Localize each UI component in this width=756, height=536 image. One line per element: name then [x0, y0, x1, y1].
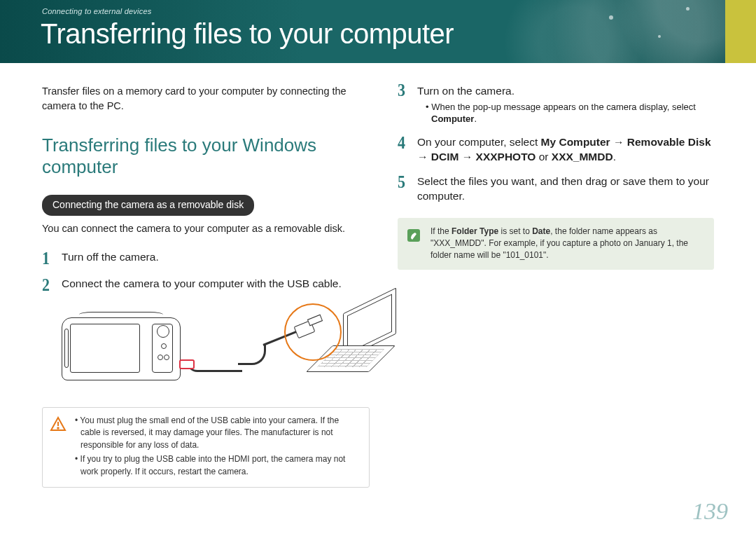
- warning-list: You must plug the small end of the USB c…: [75, 415, 359, 480]
- section-color-tab: [725, 0, 756, 63]
- usb-connection-diagram: [62, 303, 370, 394]
- subsection-intro: You can connect the camera to your compu…: [42, 221, 370, 236]
- note-callout: If the Folder Type is set to Date, the f…: [398, 218, 714, 270]
- step-1: 1 Turn off the camera.: [42, 250, 370, 267]
- step-5: 5 Select the files you want, and then dr…: [398, 174, 714, 204]
- decoration-dot: [686, 7, 690, 11]
- warning-item: You must plug the small end of the USB c…: [75, 415, 359, 451]
- step-2: 2 Connect the camera to your computer wi…: [42, 277, 370, 294]
- usb-cable-illustration: [186, 361, 242, 372]
- note-icon: [405, 226, 424, 262]
- warning-icon: [50, 415, 68, 480]
- step-number: 5: [398, 172, 410, 206]
- right-column: 3 Turn on the camera. • When the pop-up …: [398, 84, 714, 488]
- step-text: Turn on the camera. • When the pop-up me…: [417, 84, 714, 125]
- warning-callout: You must plug the small end of the USB c…: [42, 407, 370, 488]
- magnify-circle: [284, 303, 342, 361]
- page-title: Transferring files to your computer: [41, 18, 454, 50]
- warning-item: If you try to plug the USB cable into th…: [75, 453, 359, 478]
- intro-paragraph: Transfer files on a memory card to your …: [42, 84, 370, 114]
- breadcrumb: Connecting to external devices: [42, 7, 151, 15]
- step-text: Turn off the camera.: [62, 250, 159, 267]
- step-text: On your computer, select My Computer → R…: [417, 135, 714, 165]
- step-number: 2: [42, 275, 55, 295]
- section-heading: Transferring files to your Windows compu…: [42, 135, 370, 178]
- decoration-dot: [609, 15, 613, 20]
- left-column: Transfer files on a memory card to your …: [42, 84, 370, 488]
- page-number: 139: [692, 498, 728, 525]
- step-4: 4 On your computer, select My Computer →…: [398, 135, 714, 165]
- content-area: Transfer files on a memory card to your …: [0, 63, 756, 488]
- decoration-dot: [658, 35, 661, 38]
- camera-illustration: [79, 312, 163, 317]
- step-number: 4: [398, 133, 410, 167]
- step-text: Connect the camera to your computer with…: [62, 277, 342, 294]
- step-number: 1: [42, 249, 55, 268]
- page-header: Connecting to external devices Transferr…: [0, 0, 756, 63]
- usb-cable-illustration: [238, 344, 266, 365]
- note-text: If the Folder Type is set to Date, the f…: [430, 226, 704, 262]
- subsection-pill: Connecting the camera as a removable dis…: [42, 195, 254, 215]
- step-sub-bullet: • When the pop-up message appears on the…: [426, 101, 714, 125]
- camera-illustration: [62, 317, 181, 380]
- camera-usb-port-highlight: [179, 359, 195, 369]
- step-text: Select the files you want, and then drag…: [417, 174, 714, 204]
- step-3: 3 Turn on the camera. • When the pop-up …: [398, 84, 714, 125]
- svg-point-1: [57, 427, 59, 429]
- step-text-main: Turn on the camera.: [417, 85, 514, 97]
- step-number: 3: [398, 81, 410, 129]
